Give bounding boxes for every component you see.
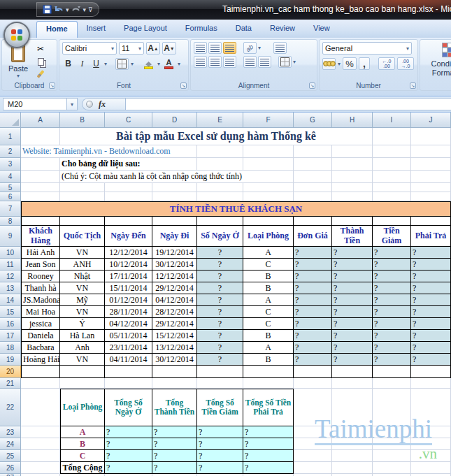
cell[interactable]: 15/11/2014 [105,282,152,294]
cell[interactable]: ? [294,354,332,366]
cell[interactable]: ? [332,247,373,259]
cell[interactable] [373,366,411,378]
cell[interactable] [197,183,243,192]
cell[interactable]: ? [152,462,197,474]
cell[interactable]: ? [197,259,243,271]
name-box-dropdown-icon[interactable]: ▾ [67,98,78,110]
column-header-J[interactable]: J [411,113,451,128]
cell[interactable]: ? [197,271,243,282]
hotel-column-header[interactable]: Loại Phòng [243,226,294,247]
cell[interactable] [332,389,373,426]
cell[interactable]: 10/12/2014 [105,259,152,271]
cell[interactable]: ? [197,450,243,462]
cell[interactable]: ? [243,462,294,474]
cell[interactable] [294,389,332,426]
cell[interactable] [105,366,152,378]
cell[interactable] [294,158,332,171]
cell[interactable]: ? [373,259,411,271]
cell[interactable]: ? [152,426,197,438]
row-header[interactable]: 6 [0,192,21,201]
cell[interactable]: Mỹ [60,294,105,306]
cell[interactable]: ? [243,426,294,438]
cell[interactable]: Bacbara [21,342,60,354]
cell[interactable] [411,217,451,226]
cell[interactable]: Rooney [21,271,60,282]
cell[interactable] [373,158,411,171]
cell[interactable]: ? [294,306,332,318]
cell[interactable] [294,366,332,378]
tab-page-layout[interactable]: Page Layout [115,21,176,38]
accounting-format-button[interactable] [322,58,336,70]
cell[interactable] [60,378,105,389]
cell[interactable] [373,183,411,192]
cell[interactable]: C [243,306,294,318]
customize-qat-icon[interactable]: ⊽ [88,6,93,13]
hotel-column-header[interactable]: Thành Tiền [332,226,373,247]
cell[interactable] [21,438,60,450]
cell[interactable] [411,426,451,438]
cell[interactable] [373,389,411,426]
cell[interactable] [373,426,411,438]
cell[interactable]: Jean Son [21,259,60,271]
fill-color-button[interactable] [142,58,155,70]
cell[interactable]: ? [332,259,373,271]
cell[interactable]: 28/12/2014 [152,306,197,318]
room-type-label[interactable]: C [60,450,105,462]
cell[interactable]: VN [60,247,105,259]
cell[interactable]: 19/12/2014 [152,247,197,259]
cell[interactable]: ? [243,450,294,462]
row-header[interactable]: 9 [0,226,21,247]
wrap-text-button[interactable] [273,42,287,54]
cell[interactable]: ? [294,282,332,294]
cell[interactable] [411,366,451,378]
room-type-label[interactable]: B [60,438,105,450]
row-header[interactable]: 21 [0,378,21,389]
row-header[interactable]: 24 [0,438,21,450]
cell[interactable]: ? [243,438,294,450]
cell[interactable]: ? [373,318,411,330]
cell[interactable]: A [243,342,294,354]
cell[interactable] [21,426,60,438]
cell[interactable] [294,378,332,389]
number-format-select[interactable]: General▾ [322,42,412,55]
fill-color-dropdown-icon[interactable]: ▾ [157,61,160,67]
cell[interactable] [105,378,152,389]
cell[interactable] [152,192,197,201]
row-header[interactable]: 11 [0,259,21,271]
cell[interactable]: VN [60,354,105,366]
cell[interactable] [373,128,411,145]
cell[interactable]: ? [197,294,243,306]
cell[interactable] [21,217,60,226]
cell[interactable]: 23/11/2014 [105,342,152,354]
clipboard-dialog-launcher-icon[interactable] [49,82,55,89]
cell[interactable] [373,378,411,389]
cell[interactable]: jessica [21,318,60,330]
cell[interactable]: C [243,259,294,271]
row-header[interactable]: 22 [0,389,21,426]
cell[interactable]: Hải Anh [21,247,60,259]
cell[interactable] [332,426,373,438]
cell[interactable]: ? [411,294,451,306]
orientation-button[interactable]: ab [243,42,257,54]
cell[interactable]: Hoàng Hải [21,354,60,366]
bottom-align-button[interactable] [223,42,236,54]
tab-view[interactable]: View [304,21,339,38]
cell[interactable] [332,183,373,192]
row-header[interactable]: 10 [0,247,21,259]
cell[interactable]: ? [332,342,373,354]
cell[interactable] [152,183,197,192]
cell[interactable] [411,128,451,145]
cell[interactable]: 30/12/2014 [152,354,197,366]
cell[interactable]: 17/11/2014 [105,271,152,282]
cell[interactable]: 05/11/2014 [105,330,152,342]
align-right-button[interactable] [223,56,236,68]
cell[interactable]: VN [60,306,105,318]
borders-dropdown-icon[interactable]: ▾ [131,61,134,67]
top-align-button[interactable] [194,42,207,54]
hotel-column-header[interactable]: Số Ngày Ở [197,226,243,247]
borders-button[interactable] [115,58,129,70]
row-header[interactable]: 1 [0,128,21,145]
row-header[interactable]: 17 [0,330,21,342]
cell[interactable] [21,171,60,183]
cell[interactable] [105,217,152,226]
